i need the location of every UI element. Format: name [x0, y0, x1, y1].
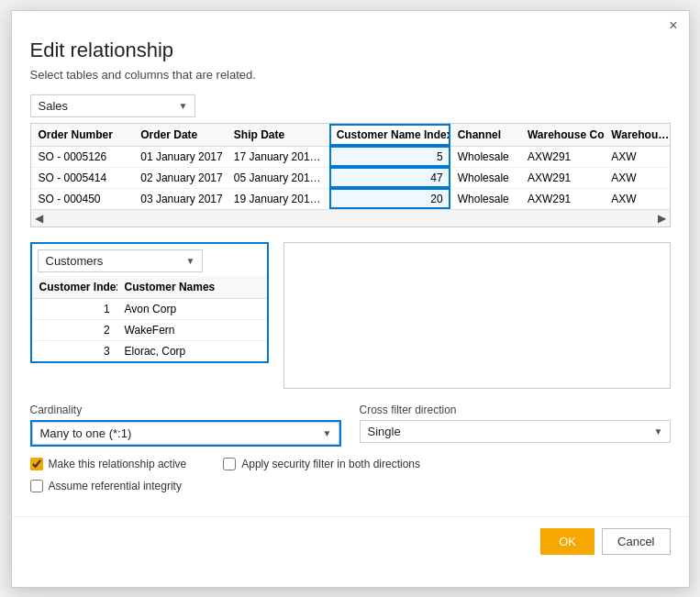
scroll-row: ◀ ▶: [31, 209, 670, 227]
table-row: SO - 0005414 02 January 2017 05 January …: [31, 167, 670, 188]
table-row: 3 Elorac, Corp: [32, 340, 267, 361]
close-button[interactable]: ×: [665, 17, 681, 35]
sales-table-header-row: Order Number Order Date Ship Date Custom…: [31, 124, 670, 147]
cell-ship-date: 17 January 201…: [227, 146, 329, 167]
cell-customer-name: Elorac, Corp: [117, 340, 267, 361]
cardinality-dropdown-wrapper: Many to one (*:1) One to one (1:1) One t…: [32, 422, 339, 445]
cell-customer-index: 2: [32, 319, 117, 340]
cardinality-group: Cardinality Many to one (*:1) One to one…: [30, 404, 341, 447]
scroll-left-icon[interactable]: ◀: [35, 212, 43, 225]
cross-filter-dropdown-wrapper: Single Both ▼: [360, 420, 671, 443]
customers-table-body: 1 Avon Corp 2 WakeFern 3 Elorac, Corp: [32, 298, 267, 361]
customers-table-box: Customers ▼ Customer Index Customer Name…: [30, 242, 269, 363]
dialog-subtitle: Select tables and columns that are relat…: [30, 68, 671, 82]
cell-order-number: SO - 000450: [31, 188, 134, 209]
security-checkbox-row: Apply security filter in both directions: [223, 458, 420, 470]
cardinality-label: Cardinality: [30, 404, 341, 416]
cell-order-date: 01 January 2017: [133, 146, 227, 167]
cell-customer-index: 3: [32, 340, 117, 361]
cell-order-number: SO - 0005126: [31, 146, 134, 167]
sales-table-container: Order Number Order Date Ship Date Custom…: [30, 123, 671, 227]
integrity-checkbox[interactable]: [30, 480, 43, 492]
integrity-label: Assume referential integrity: [49, 480, 182, 492]
cell-customer-name: WakeFern: [117, 319, 267, 340]
cell-customer-name-index: 5: [329, 146, 450, 167]
col-order-number[interactable]: Order Number: [31, 124, 134, 147]
table-row: 2 WakeFern: [32, 319, 267, 340]
customers-dropdown-wrapper: Customers ▼: [38, 249, 203, 272]
cell-customer-name: Avon Corp: [117, 298, 267, 319]
customers-section: Customers ▼ Customer Index Customer Name…: [30, 242, 269, 389]
customers-dropdown[interactable]: Customers: [38, 249, 203, 272]
active-checkbox-row: Make this relationship active: [30, 458, 187, 470]
empty-box: [283, 242, 671, 389]
col-customer-names[interactable]: Customer Names: [117, 276, 267, 299]
security-checkbox[interactable]: [223, 458, 236, 470]
customers-dropdown-row: Customers ▼: [38, 249, 261, 272]
cell-warehouse-code: AXW291: [520, 188, 604, 209]
scroll-right-icon[interactable]: ▶: [658, 212, 666, 225]
cell-order-number: SO - 0005414: [31, 167, 134, 188]
table-row: SO - 000450 03 January 2017 19 January 2…: [31, 188, 670, 209]
sales-table-body: SO - 0005126 01 January 2017 17 January …: [31, 146, 670, 209]
cell-order-date: 03 January 2017: [133, 188, 227, 209]
cell-warehouse-code: AXW291: [520, 167, 604, 188]
cell-customer-name-index: 47: [329, 167, 450, 188]
cardinality-dropdown[interactable]: Many to one (*:1) One to one (1:1) One t…: [32, 422, 339, 445]
integrity-checkbox-row: Assume referential integrity: [30, 480, 671, 492]
cell-ship-date: 19 January 201…: [227, 188, 329, 209]
sales-table: Order Number Order Date Ship Date Custom…: [31, 124, 670, 209]
empty-right-panel: [283, 242, 671, 389]
cross-filter-label: Cross filter direction: [360, 404, 671, 416]
bottom-section: Customers ▼ Customer Index Customer Name…: [30, 242, 671, 389]
cell-channel: Wholesale: [450, 146, 520, 167]
security-label: Apply security filter in both directions: [241, 458, 420, 470]
col-warehouse-code[interactable]: Warehouse Code: [520, 124, 604, 147]
table-row: 1 Avon Corp: [32, 298, 267, 319]
cell-customer-name-index: 20: [329, 188, 450, 209]
customers-header-row: Customer Index Customer Names: [32, 276, 267, 299]
cross-filter-group: Cross filter direction Single Both ▼: [360, 404, 671, 447]
filter-section: Cardinality Many to one (*:1) One to one…: [30, 404, 671, 447]
col-customer-index[interactable]: Customer Index: [32, 276, 117, 299]
cross-filter-dropdown[interactable]: Single Both: [360, 420, 671, 443]
titlebar: ×: [12, 11, 689, 35]
active-checkbox[interactable]: [30, 458, 43, 470]
table-row: SO - 0005126 01 January 2017 17 January …: [31, 146, 670, 167]
cancel-button[interactable]: Cancel: [602, 528, 670, 555]
cell-warehouse2: AXW: [604, 188, 669, 209]
sales-dropdown[interactable]: Sales: [30, 94, 195, 117]
customers-table: Customer Index Customer Names 1 Avon Cor…: [32, 276, 267, 361]
dialog-title: Edit relationship: [30, 39, 671, 62]
cell-warehouse2: AXW: [604, 167, 669, 188]
cell-customer-index: 1: [32, 298, 117, 319]
dialog-footer: OK Cancel: [12, 516, 689, 569]
dialog-content: Edit relationship Select tables and colu…: [12, 35, 689, 516]
sales-dropdown-wrapper: Sales ▼: [30, 94, 195, 117]
cardinality-box: Many to one (*:1) One to one (1:1) One t…: [30, 420, 341, 447]
ok-button[interactable]: OK: [540, 528, 594, 555]
col-ship-date[interactable]: Ship Date: [227, 124, 329, 147]
cell-channel: Wholesale: [450, 188, 520, 209]
cell-channel: Wholesale: [450, 167, 520, 188]
cell-warehouse2: AXW: [604, 146, 669, 167]
col-warehouse2[interactable]: Warehou…: [604, 124, 669, 147]
col-channel[interactable]: Channel: [450, 124, 520, 147]
cell-order-date: 02 January 2017: [133, 167, 227, 188]
edit-relationship-dialog: × Edit relationship Select tables and co…: [11, 10, 690, 588]
active-label: Make this relationship active: [49, 458, 187, 470]
sales-dropdown-row: Sales ▼: [30, 94, 671, 117]
col-order-date[interactable]: Order Date: [133, 124, 227, 147]
col-customer-name-index[interactable]: Customer Name Index: [329, 124, 450, 147]
cell-ship-date: 05 January 201…: [227, 167, 329, 188]
cell-warehouse-code: AXW291: [520, 146, 604, 167]
